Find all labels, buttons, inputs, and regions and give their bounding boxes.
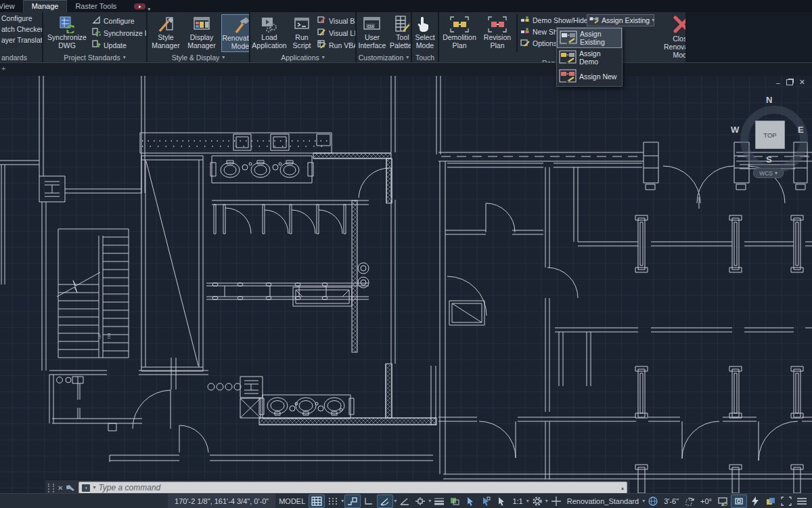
- command-line-palette[interactable]: ✕ › ▾ Type a command ▴: [45, 480, 631, 493]
- assign-split-container: Assign Existing ▾: [587, 14, 654, 26]
- elevation-globe-icon[interactable]: [646, 495, 660, 507]
- svg-text:UP: UP: [97, 333, 102, 339]
- ortho-mode-toggle[interactable]: [361, 495, 376, 507]
- media-play-icon[interactable]: [134, 3, 145, 9]
- selection-cycling-toggle[interactable]: [463, 495, 478, 507]
- snap-mode-toggle[interactable]: [325, 495, 340, 507]
- rotation-icon[interactable]: [682, 495, 697, 507]
- demo-show-hide-icon: [520, 16, 530, 25]
- display-manager-icon: [193, 15, 210, 34]
- close-icon[interactable]: ✕: [799, 78, 805, 87]
- viewcube-east[interactable]: E: [798, 125, 804, 135]
- customize-wrench-icon[interactable]: [66, 483, 75, 493]
- demolition-plan-button[interactable]: Demolition Plan: [441, 14, 478, 51]
- coordinates-readout[interactable]: 170'-2 1/8", 161'-4 3/4", 0'-0": [168, 494, 275, 508]
- configure-left-button[interactable]: Configure: [1, 14, 32, 22]
- tool-palettes-icon: [394, 15, 411, 34]
- command-close-icon[interactable]: ✕: [58, 484, 63, 492]
- clean-screen-icon[interactable]: [763, 495, 778, 507]
- layer-translator-button[interactable]: ayer Translator: [1, 36, 42, 44]
- assign-existing-split-button[interactable]: Assign Existing ▾: [587, 14, 654, 26]
- renovation-standard-selector[interactable]: Renovation_Standard: [564, 497, 641, 505]
- demolition-plan-icon: [449, 15, 470, 34]
- floor-plan-drawing[interactable]: UP DN: [0, 76, 812, 493]
- load-application-button[interactable]: Load Application: [252, 14, 286, 51]
- style-manager-icon: [158, 15, 174, 34]
- panel-style-display: Style Manager Display Manager Renovation…: [148, 12, 249, 62]
- object-snap-toggle[interactable]: [478, 495, 493, 507]
- run-vba-macro-icon: [317, 40, 326, 50]
- revision-plan-button[interactable]: Revision Plan: [481, 14, 514, 51]
- command-history-icon[interactable]: ▴: [621, 485, 624, 491]
- panel-caret-icon: ▾: [322, 55, 325, 60]
- select-mode-button[interactable]: Select Mode: [411, 14, 438, 51]
- command-input[interactable]: › ▾ Type a command ▴: [78, 482, 627, 493]
- rotation-angle[interactable]: +0°: [698, 497, 715, 505]
- isolate-objects-toggle[interactable]: [731, 494, 747, 508]
- run-script-button[interactable]: Run Script: [289, 14, 315, 51]
- isometric-drafting-toggle[interactable]: [397, 495, 412, 507]
- polar-caret-icon[interactable]: ▾: [394, 499, 397, 504]
- customization-menu-icon[interactable]: [794, 495, 809, 507]
- walls: UP DN: [0, 76, 812, 493]
- fullscreen-icon[interactable]: [779, 495, 794, 507]
- synchronize-dwg-button[interactable]: Synchronize DWG: [46, 14, 88, 51]
- annotation-cursor-toggle[interactable]: [494, 495, 509, 507]
- transparency-toggle[interactable]: [447, 495, 462, 507]
- menu-item-assign-demo[interactable]: Assign Demo: [557, 48, 622, 67]
- menu-item-assign-new[interactable]: Assign New: [557, 67, 622, 86]
- load-application-icon: [261, 15, 278, 34]
- project-standards-panel-label[interactable]: Project Standards▾: [43, 52, 146, 62]
- user-interface-button[interactable]: CUI User Interface: [358, 14, 386, 51]
- palette-grip-handle[interactable]: [48, 484, 54, 492]
- run-script-icon: [294, 15, 310, 34]
- model-space-button[interactable]: MODEL: [276, 497, 308, 505]
- scale-caret-icon[interactable]: ▾: [526, 499, 529, 504]
- tab-manage[interactable]: Manage: [23, 0, 68, 12]
- annotation-settings-gear-icon[interactable]: [530, 495, 545, 507]
- tab-raster-tools[interactable]: Raster Tools: [67, 1, 125, 12]
- lineweight-toggle[interactable]: [432, 495, 447, 507]
- gear-caret-icon[interactable]: ▾: [545, 499, 548, 504]
- customization-panel-label[interactable]: Customization▾: [357, 52, 411, 62]
- grid-display-toggle[interactable]: [309, 494, 325, 508]
- synchronize-project-icon: [92, 28, 101, 38]
- drawing-viewport[interactable]: – ✕: [0, 76, 812, 493]
- infer-constraints-toggle[interactable]: [344, 494, 361, 508]
- command-caret-icon[interactable]: ▾: [93, 485, 95, 490]
- viewcube-south[interactable]: S: [766, 154, 772, 165]
- media-dropdown-caret-icon[interactable]: ▾: [148, 7, 150, 12]
- annotation-scale-button[interactable]: 1:1: [510, 497, 525, 505]
- viewcube-top-face[interactable]: TOP: [755, 121, 785, 149]
- tab-view[interactable]: View: [0, 1, 23, 12]
- standard-caret-icon[interactable]: ▾: [642, 499, 645, 504]
- renovation-mode-hammer-icon: [231, 16, 249, 35]
- style-manager-button[interactable]: Style Manager: [150, 14, 182, 51]
- annotation-monitor-icon[interactable]: [715, 495, 730, 507]
- restore-icon[interactable]: [786, 79, 793, 85]
- touch-panel-label[interactable]: Touch: [412, 52, 438, 62]
- viewcube-west[interactable]: W: [731, 125, 739, 135]
- batch-checker-button[interactable]: atch Checker: [1, 25, 42, 33]
- assign-split-caret-icon[interactable]: ▾: [652, 18, 654, 23]
- panel-caret-icon: ▾: [222, 55, 225, 60]
- minimize-icon[interactable]: –: [776, 79, 780, 87]
- crosshair-toggle[interactable]: [549, 495, 564, 507]
- viewcube[interactable]: N W E S TOP: [731, 95, 812, 176]
- display-manager-button[interactable]: Display Manager: [184, 14, 219, 51]
- graphics-performance-icon[interactable]: [748, 495, 763, 507]
- new-layout-plus-icon[interactable]: +: [1, 64, 5, 72]
- demo-show-hide-button[interactable]: Demo Show/Hide: [520, 16, 584, 25]
- assign-demo-icon: [559, 50, 577, 65]
- viewcube-north[interactable]: N: [766, 95, 772, 105]
- command-placeholder: Type a command: [98, 483, 618, 492]
- object-snap-tracking-toggle[interactable]: [413, 495, 428, 507]
- style-display-panel-label[interactable]: Style & Display▾: [148, 52, 249, 62]
- menu-item-assign-existing[interactable]: Assign Existing: [557, 28, 622, 48]
- snap-caret-icon[interactable]: ▾: [341, 499, 344, 504]
- otrack-caret-icon[interactable]: ▾: [428, 499, 431, 504]
- cut-plane-height[interactable]: 3'-6": [661, 497, 681, 505]
- polar-tracking-toggle[interactable]: [377, 494, 393, 508]
- wcs-selector[interactable]: WCS▾: [753, 168, 784, 178]
- applications-panel-label[interactable]: Applications▾: [250, 52, 355, 62]
